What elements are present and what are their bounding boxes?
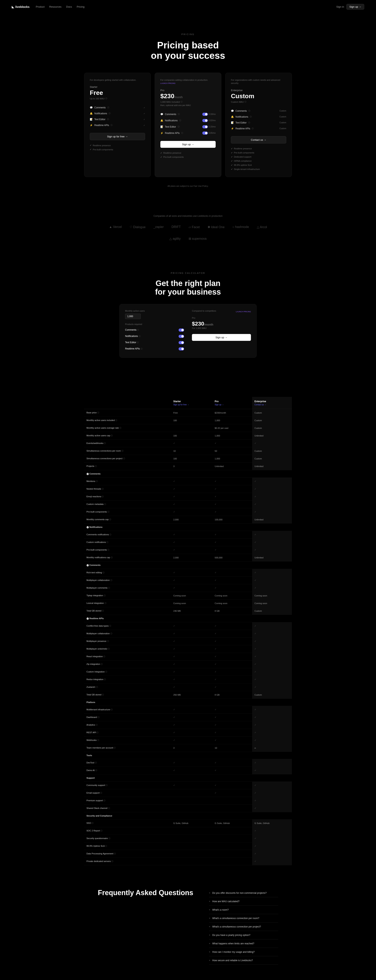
faq-item[interactable]: How are MAU calculated? [209, 897, 278, 906]
feature-toggle[interactable] [202, 132, 208, 135]
compare-cell [171, 827, 212, 835]
nav-resources[interactable]: Resources [49, 5, 61, 8]
faq-item[interactable]: What happens when limits are reached? [209, 939, 278, 948]
plan-cta-button[interactable]: Sign up for free → [90, 133, 145, 140]
nav-docs[interactable]: Docs [66, 5, 72, 8]
compare-cell: ✓ [212, 706, 252, 713]
faq-title: Frequently Asked Questions [98, 889, 193, 897]
compare-cell: ✓ [252, 706, 292, 713]
launch-pricing-badge: LAUNCH PRICING [236, 311, 251, 313]
hero-title: Pricing based on your success [4, 40, 372, 61]
logo[interactable]: ◣ liveblocks [12, 5, 30, 9]
calc-signup-button[interactable]: Sign up → [192, 334, 251, 341]
compare-cell: ✓ [252, 676, 292, 683]
section-header: ⬤ Comments [84, 562, 292, 569]
product-toggle[interactable] [178, 335, 184, 338]
compare-cell: Monthly active users cap ⓘ [84, 432, 171, 439]
compare-cell: ✓ [212, 500, 252, 508]
compare-header: EnterpriseContact us → [252, 397, 292, 409]
compare-cell: ✓ [252, 546, 292, 554]
compare-header: StarterSign up for free → [171, 397, 212, 409]
compare-cell: ✓ [252, 569, 292, 576]
compare-cell: ✓ [171, 637, 212, 645]
compare-cell: DevTool ⓘ [84, 759, 171, 767]
compare-header-cta[interactable]: Contact us → [255, 404, 290, 406]
compare-cell: 2,000 [171, 515, 212, 523]
feature-toggle[interactable] [202, 113, 208, 116]
compare-row: Email support ⓘ✓✓ [84, 789, 292, 797]
compare-cell: ✓ [212, 645, 252, 653]
compare-cell: ✓ [171, 569, 212, 576]
compare-cell: Custom notifications ⓘ [84, 538, 171, 546]
plan-pro: For companies adding collaboration in pr… [155, 73, 221, 177]
section-header: Tools [84, 752, 292, 759]
compare-row: Team members per account ⓘ310∞ [84, 744, 292, 752]
compare-cell: ✓ [212, 546, 252, 554]
compare-row: Mentions ⓘ✓✓✓ [84, 477, 292, 485]
compare-cell: Pre-built components ⓘ [84, 508, 171, 515]
feature-toggle[interactable] [202, 119, 208, 122]
plan-footer-item: ✓HIPAA compliance [231, 159, 286, 163]
compare-cell: Coming soon [212, 592, 252, 599]
nav-product[interactable]: Product [36, 5, 45, 8]
faq-item[interactable]: Do you offer discounts for non-commercia… [209, 889, 278, 897]
compare-row: Emoji reactions ⓘ✓✓✓ [84, 493, 292, 500]
plan-cta-button[interactable]: Contact us → [231, 136, 286, 143]
plan-feature: 💬Comments ⓘ✓ [90, 105, 145, 111]
compare-cell: 10 [171, 447, 212, 455]
customer-logo: ▱ Facet [189, 225, 199, 229]
compare-header-cta[interactable]: Sign up for free → [173, 404, 210, 406]
compare-cell: ✓ [212, 781, 252, 789]
compare-cell: Monthly active users overage rate ⓘ [84, 424, 171, 432]
faq-item[interactable]: What's a room? [209, 906, 278, 914]
compare-cell [171, 804, 212, 812]
compare-header [84, 397, 171, 409]
compare-header-cta[interactable]: Sign up → [215, 404, 250, 406]
faq-item[interactable]: What's a simultaneous connection per pro… [209, 923, 278, 931]
compare-cell: ✓ [212, 493, 252, 500]
feature-list: 💬Comments ⓘ✓🔔Notifications ⓘ✓📝Text Edito… [90, 105, 145, 128]
mau-input[interactable] [125, 313, 141, 319]
compare-cell: ✓ [171, 759, 212, 767]
compare-cell: ✓ [171, 713, 212, 721]
faq-item[interactable]: What's a simultaneous connection per roo… [209, 914, 278, 923]
plan-feature: ⚡Realtime APIs ⓘCustom [231, 126, 286, 132]
compare-cell: Base price ⓘ [84, 409, 171, 417]
signup-button[interactable]: Sign up → [346, 4, 364, 10]
faq-item[interactable]: How secure and reliable is Liveblocks? [209, 956, 278, 965]
compare-cell: ✓ [252, 729, 292, 737]
compare-cell: Zustand+ ⓘ [84, 683, 171, 691]
compare-cell: Emoji reactions ⓘ [84, 493, 171, 500]
plan-cta-button[interactable]: Sign up → [160, 141, 216, 148]
compare-cell: Custom [252, 607, 292, 615]
compare-cell [171, 424, 212, 432]
compare-cell: ✓ [212, 485, 252, 493]
section-header: Support [84, 774, 292, 781]
compare-cell: Monthly active users included ⓘ [84, 417, 171, 424]
compare-cell: Zip integration ⓘ [84, 660, 171, 668]
compare-cell: SSO ⓘ [84, 819, 171, 827]
compare-row: SSO ⓘG Suite, GitHubG Suite, GitHubG Sui… [84, 819, 292, 827]
section-header: Platform [84, 698, 292, 706]
signin-link[interactable]: Sign in [336, 5, 344, 8]
faq-item[interactable]: How can I monitor my usage and billing? [209, 948, 278, 956]
compare-cell: ✓ [252, 630, 292, 637]
compare-cell: Coming soon [171, 599, 212, 607]
feature-toggle[interactable] [202, 125, 208, 128]
compare-cell: ✓ [212, 683, 252, 691]
compare-row: Dashboard ⓘ✓✓✓ [84, 713, 292, 721]
compare-cell: Unlimited [252, 432, 292, 439]
compare-cell: Webhooks ⓘ [84, 737, 171, 744]
compare-cell: ✓ [252, 653, 292, 660]
faq-item[interactable]: Do you have a yearly pricing option? [209, 931, 278, 939]
nav-pricing[interactable]: Pricing [76, 5, 84, 8]
product-toggle[interactable] [178, 328, 184, 332]
product-toggle[interactable] [178, 341, 184, 344]
compare-cell: Coming soon [212, 599, 252, 607]
product-toggle[interactable] [178, 347, 184, 350]
compare-label: Compared to competitors [192, 310, 216, 312]
compare-cell: Unlimited [252, 515, 292, 523]
compare-row: Total GB stored ⓘ256 MB8 GBCustom [84, 691, 292, 698]
fair-use-note: All plans are subject to our Fair Use Po… [0, 185, 376, 187]
compare-cell: 236 MB [171, 607, 212, 615]
